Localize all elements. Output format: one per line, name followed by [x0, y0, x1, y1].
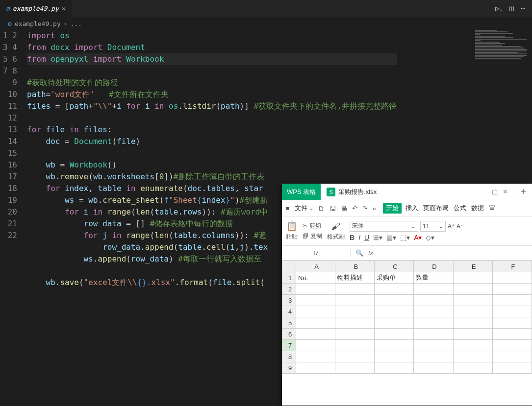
- cell[interactable]: [453, 306, 492, 317]
- close-tab-button[interactable]: ×: [62, 5, 66, 12]
- underline-button[interactable]: U: [364, 234, 369, 241]
- cell-name-box[interactable]: I7: [282, 249, 351, 257]
- file-menu[interactable]: 文件⌄: [293, 204, 315, 213]
- breadcrumb[interactable]: ⚙ example49.py › ...: [0, 17, 532, 30]
- row-header[interactable]: 5: [282, 317, 296, 329]
- cell[interactable]: [375, 295, 414, 306]
- window-restore-icon[interactable]: ▢: [492, 188, 498, 195]
- cell[interactable]: [492, 306, 532, 317]
- menu-icon[interactable]: ≡: [286, 205, 290, 212]
- ribbon-tab-start[interactable]: 开始: [383, 203, 402, 214]
- cell[interactable]: [492, 340, 532, 351]
- cell[interactable]: [296, 295, 335, 306]
- ribbon-tab-data[interactable]: 数据: [470, 203, 485, 214]
- row-header[interactable]: 1: [282, 272, 296, 284]
- font-color-button[interactable]: A▾: [414, 234, 422, 241]
- qa-redo-icon[interactable]: ↷: [362, 205, 368, 212]
- format-painter-icon[interactable]: 🖌: [331, 221, 340, 232]
- cell[interactable]: [296, 317, 335, 329]
- cell[interactable]: [296, 362, 335, 374]
- cell[interactable]: [296, 351, 335, 362]
- cell[interactable]: [335, 295, 375, 306]
- col-header[interactable]: D: [414, 261, 453, 272]
- window-close-icon[interactable]: ✕: [503, 188, 508, 195]
- col-header[interactable]: C: [375, 261, 414, 272]
- row-header[interactable]: 6: [282, 329, 296, 340]
- wps-file-tab[interactable]: S 采购报告.xlsx ▢ ✕: [321, 184, 514, 200]
- cell[interactable]: [453, 317, 492, 329]
- cell[interactable]: [492, 329, 532, 340]
- cell[interactable]: [453, 351, 492, 362]
- ribbon-tab-review[interactable]: 审: [488, 203, 496, 214]
- cell[interactable]: [335, 284, 375, 295]
- file-tab[interactable]: ⚙ example49.py ×: [0, 0, 72, 17]
- select-all-corner[interactable]: [282, 261, 296, 272]
- cell[interactable]: [375, 351, 414, 362]
- cut-button[interactable]: ✂剪切: [303, 222, 322, 230]
- cell[interactable]: [492, 284, 532, 295]
- qa-new-icon[interactable]: 🗋: [318, 205, 325, 212]
- cell[interactable]: [492, 351, 532, 362]
- cell[interactable]: [335, 306, 375, 317]
- font-size-select[interactable]: 11⌄: [420, 221, 446, 232]
- col-header[interactable]: A: [296, 261, 335, 272]
- col-header[interactable]: B: [335, 261, 375, 272]
- qa-save-icon[interactable]: 🖫: [329, 205, 336, 212]
- ribbon-tab-layout[interactable]: 页面布局: [422, 203, 450, 214]
- font-select[interactable]: 宋体⌄: [350, 221, 418, 232]
- cell[interactable]: [335, 340, 375, 351]
- cell[interactable]: [375, 340, 414, 351]
- cell[interactable]: [492, 317, 532, 329]
- cell[interactable]: [453, 295, 492, 306]
- cell[interactable]: [296, 329, 335, 340]
- cell[interactable]: [414, 329, 453, 340]
- minimap[interactable]: [475, 29, 529, 69]
- ribbon-tab-formula[interactable]: 公式: [453, 203, 467, 214]
- cell[interactable]: [335, 351, 375, 362]
- font-increase-icon[interactable]: A⁺: [448, 223, 455, 230]
- wps-add-tab-button[interactable]: +: [514, 184, 532, 200]
- run-button[interactable]: ▷⌄: [495, 4, 503, 13]
- cell[interactable]: [296, 340, 335, 351]
- spreadsheet-grid[interactable]: ABCDEF1No.物料描述采购单数量23456789: [282, 261, 532, 406]
- cell[interactable]: [453, 284, 492, 295]
- font-decrease-icon[interactable]: A⁻: [456, 223, 463, 230]
- cell[interactable]: [453, 362, 492, 374]
- cell[interactable]: No.: [296, 272, 335, 284]
- cell[interactable]: [375, 284, 414, 295]
- cell[interactable]: [375, 317, 414, 329]
- cell[interactable]: [414, 362, 453, 374]
- cell[interactable]: [296, 284, 335, 295]
- clear-button[interactable]: ◇▾: [426, 234, 434, 241]
- cell[interactable]: 数量: [414, 272, 453, 284]
- cell[interactable]: [375, 329, 414, 340]
- cell[interactable]: [414, 295, 453, 306]
- qa-print-icon[interactable]: 🖶: [341, 205, 347, 212]
- row-header[interactable]: 3: [282, 295, 296, 306]
- merge-button[interactable]: ⬚▾: [400, 234, 410, 241]
- italic-button[interactable]: I: [358, 234, 360, 241]
- split-editor-button[interactable]: ◫: [509, 4, 514, 13]
- ribbon-tab-insert[interactable]: 插入: [405, 203, 419, 214]
- cell[interactable]: [414, 351, 453, 362]
- cell[interactable]: [453, 329, 492, 340]
- cell[interactable]: [414, 340, 453, 351]
- row-header[interactable]: 7: [282, 340, 296, 351]
- cell[interactable]: [414, 306, 453, 317]
- cell[interactable]: [335, 329, 375, 340]
- fx-expand-icon[interactable]: 🔍: [355, 249, 363, 257]
- qa-more-icon[interactable]: »: [373, 205, 376, 212]
- border-button[interactable]: ⊞▾: [373, 234, 382, 241]
- cell[interactable]: [492, 272, 532, 284]
- cell[interactable]: 采购单: [375, 272, 414, 284]
- qa-undo-icon[interactable]: ↶: [352, 205, 357, 212]
- row-header[interactable]: 4: [282, 306, 296, 317]
- cell[interactable]: [375, 362, 414, 374]
- copy-button[interactable]: 🗐复制: [303, 232, 322, 240]
- cell[interactable]: [453, 340, 492, 351]
- cell[interactable]: [296, 306, 335, 317]
- cell[interactable]: [414, 317, 453, 329]
- cell[interactable]: [492, 362, 532, 374]
- cell[interactable]: [453, 272, 492, 284]
- fx-label[interactable]: fx: [368, 249, 373, 257]
